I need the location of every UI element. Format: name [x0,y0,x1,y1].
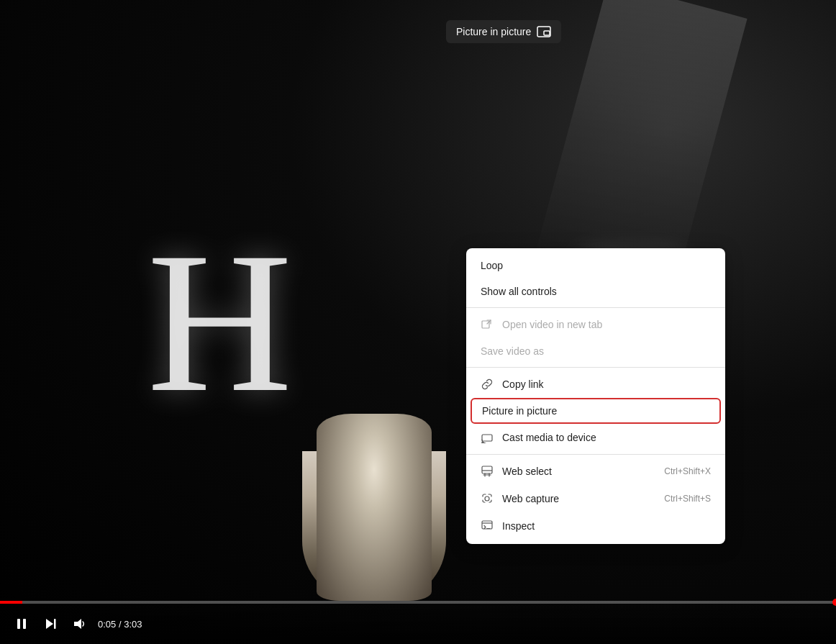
volume-button[interactable] [69,614,89,634]
menu-item-inspect-label: Inspect [502,520,535,532]
menu-item-show-controls-label: Show all controls [481,286,557,297]
menu-item-open-new-tab-label: Open video in new tab [502,319,602,330]
menu-item-inspect[interactable]: Inspect [466,512,725,540]
pause-icon [14,617,29,631]
menu-item-cast-label: Cast media to device [502,432,596,443]
web-capture-icon [481,492,494,505]
pip-tooltip-icon [537,26,551,37]
menu-item-open-new-tab: Open video in new tab [466,311,725,338]
svg-rect-5 [482,466,492,473]
separator-2 [466,367,725,368]
svg-rect-2 [482,321,489,328]
video-controls-bar: 0:05 / 3:03 [0,604,836,644]
web-capture-shortcut: Ctrl+Shift+S [664,494,711,504]
cast-icon [481,431,494,444]
skip-next-icon [43,617,58,631]
pause-button[interactable] [12,614,32,634]
volume-icon [72,617,86,631]
menu-item-web-select-label: Web select [502,466,552,477]
figure-body [317,414,432,601]
svg-rect-9 [23,619,26,629]
menu-item-save-video-label: Save video as [481,345,544,357]
total-time: 3:03 [124,619,142,630]
menu-item-pip-label: Picture in picture [482,405,557,417]
menu-item-loop[interactable]: Loop [466,253,725,278]
svg-rect-11 [54,619,56,629]
svg-point-6 [485,496,489,501]
video-figure [317,414,432,601]
menu-item-copy-link-label: Copy link [502,378,544,390]
context-menu: Loop Show all controls Open video in new… [466,248,725,544]
menu-item-show-controls[interactable]: Show all controls [466,278,725,304]
current-time: 0:05 [98,619,116,630]
newtab-icon [481,318,494,331]
svg-rect-3 [482,435,492,441]
svg-marker-12 [74,619,81,629]
menu-item-web-capture-label: Web capture [502,493,559,504]
menu-item-loop-label: Loop [481,260,503,271]
svg-marker-10 [46,619,53,629]
inspect-icon [481,520,494,532]
menu-item-copy-link[interactable]: Copy link [466,371,725,398]
svg-rect-8 [17,619,20,629]
link-icon [481,378,494,391]
separator-1 [466,307,725,308]
menu-item-save-video: Save video as [466,338,725,364]
menu-item-web-select[interactable]: Web select Ctrl+Shift+X [466,458,725,485]
web-select-icon [481,465,494,478]
letter-h: H [147,222,285,423]
menu-item-web-capture[interactable]: Web capture Ctrl+Shift+S [466,485,725,512]
svg-rect-1 [544,31,550,35]
time-display: 0:05 / 3:03 [98,619,142,630]
menu-item-cast-media[interactable]: Cast media to device [466,424,725,451]
web-select-shortcut: Ctrl+Shift+X [664,466,711,476]
skip-next-button[interactable] [40,614,60,634]
menu-item-picture-in-picture[interactable]: Picture in picture [471,398,721,424]
pip-tooltip: Picture in picture [446,20,561,43]
separator-3 [466,454,725,455]
pip-tooltip-label: Picture in picture [456,26,531,37]
svg-rect-7 [482,521,492,529]
